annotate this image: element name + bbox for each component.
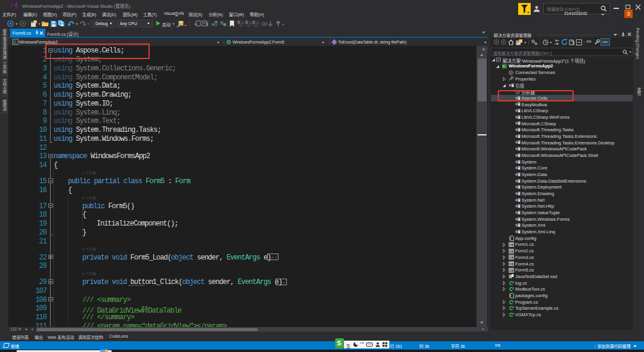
- svg-text:C: C: [14, 40, 17, 44]
- svg-text:C: C: [503, 64, 505, 68]
- svg-text:?: ?: [221, 21, 223, 25]
